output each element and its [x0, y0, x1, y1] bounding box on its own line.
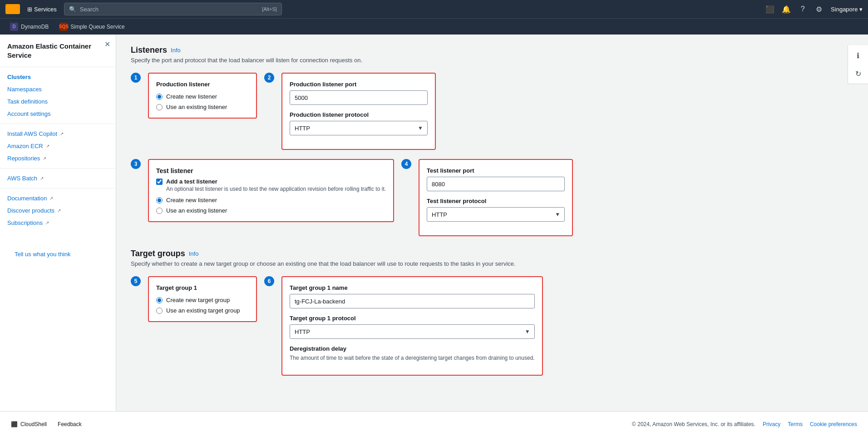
- privacy-link[interactable]: Privacy: [763, 421, 780, 427]
- production-existing-option[interactable]: Use an existing listener: [156, 104, 249, 110]
- sidebar-external-section: Install AWS Copilot ↗ Amazon ECR ↗ Repos…: [0, 124, 116, 168]
- production-protocol-select[interactable]: HTTP HTTPS: [290, 121, 428, 135]
- sidebar-item-account-settings[interactable]: Account settings: [0, 108, 116, 120]
- tg1-existing-radio[interactable]: [156, 308, 163, 314]
- services-button[interactable]: ⊞ Services: [24, 6, 60, 13]
- discover-label: Discover products: [7, 207, 54, 214]
- step-2-circle: 2: [264, 73, 274, 83]
- tg1-protocol-select-wrapper: HTTP HTTPS ▼: [290, 324, 535, 339]
- add-test-listener-checkbox-label[interactable]: Add a test listener: [156, 178, 386, 185]
- add-test-listener-checkbox[interactable]: [156, 179, 163, 185]
- footer-links: © 2024, Amazon Web Services, Inc. or its…: [632, 421, 857, 427]
- repositories-label: Repositories: [7, 155, 40, 162]
- production-listener-card: Production listener Create new listener …: [148, 73, 257, 119]
- tg1-name-label: Target group 1 name: [290, 284, 535, 291]
- tg1-existing-option[interactable]: Use an existing target group: [156, 307, 249, 314]
- service-tabs-bar: D DynamoDB SQS Simple Queue Service: [0, 18, 868, 35]
- top-nav: aws ⊞ Services 🔍 Search [Alt+S] ⬛ 🔔 ? ⚙ …: [0, 0, 868, 18]
- test-listener-options: Create new listener Use an existing list…: [156, 197, 386, 214]
- app-wrapper: ✕ Amazon Elastic Container Service Clust…: [0, 35, 868, 437]
- sqs-icon: SQS: [59, 23, 68, 31]
- sidebar-item-discover[interactable]: Discover products ↗: [0, 204, 116, 217]
- step-5-circle: 5: [131, 276, 141, 286]
- cloudshell-button[interactable]: ⬛ CloudShell: [11, 416, 47, 432]
- step-6-number: 6: [268, 278, 271, 284]
- feedback-label: Feedback: [58, 421, 82, 427]
- test-create-new-option[interactable]: Create new listener: [156, 197, 386, 204]
- feedback-sidebar-link[interactable]: Tell us what you think: [7, 248, 78, 260]
- step-6-circle: 6: [264, 276, 274, 286]
- listeners-info-link[interactable]: Info: [171, 47, 181, 54]
- sidebar-docs-section: Documentation ↗ Discover products ↗ Subs…: [0, 188, 116, 233]
- test-listener-row: 3 Test listener Add a test listener An o…: [131, 159, 853, 236]
- service-tab-sqs[interactable]: SQS Simple Queue Service: [55, 19, 129, 35]
- test-protocol-select-wrapper: HTTP HTTPS ▼: [427, 207, 565, 222]
- sidebar-close-button[interactable]: ✕: [104, 40, 110, 49]
- deregistration-label: Deregistration delay: [290, 345, 535, 352]
- dynamodb-icon: D: [10, 23, 18, 31]
- search-shortcut: [Alt+S]: [262, 6, 277, 12]
- tg1-create-new-label: Create new target group: [166, 297, 230, 303]
- listeners-title: Listeners: [131, 45, 167, 55]
- production-create-new-radio[interactable]: [156, 94, 163, 100]
- step-2-number: 2: [268, 74, 271, 81]
- documentation-label: Documentation: [7, 195, 47, 202]
- terms-link[interactable]: Terms: [788, 421, 803, 427]
- sidebar-item-repositories[interactable]: Repositories ↗: [0, 152, 116, 164]
- feedback-button[interactable]: Feedback: [54, 416, 82, 432]
- deregistration-group: Deregistration delay The amount of time …: [290, 345, 535, 361]
- production-create-new-label: Create new listener: [166, 93, 217, 100]
- grid-icon: ⊞: [27, 6, 32, 13]
- right-refresh-icon[interactable]: ↻: [852, 67, 864, 80]
- sidebar-item-ecr[interactable]: Amazon ECR ↗: [0, 140, 116, 152]
- sidebar-item-namespaces[interactable]: Namespaces: [0, 83, 116, 95]
- sidebar: ✕ Amazon Elastic Container Service Clust…: [0, 35, 116, 437]
- sidebar-item-clusters[interactable]: Clusters: [0, 71, 116, 83]
- test-create-new-radio[interactable]: [156, 197, 163, 204]
- codedeploy-icon[interactable]: ⬛: [765, 5, 774, 14]
- tg1-name-input[interactable]: [290, 294, 535, 308]
- tg1-protocol-select[interactable]: HTTP HTTPS: [290, 324, 535, 339]
- right-panel-icons: ℹ ↻: [848, 45, 868, 84]
- sidebar-item-batch[interactable]: AWS Batch ↗: [0, 172, 116, 184]
- task-definitions-label: Task definitions: [7, 98, 48, 105]
- settings-icon[interactable]: ⚙: [814, 5, 824, 14]
- search-bar[interactable]: 🔍 Search [Alt+S]: [64, 3, 282, 15]
- test-port-input[interactable]: [427, 177, 565, 191]
- sidebar-nav-section: Clusters Namespaces Task definitions Acc…: [0, 67, 116, 124]
- step-3-circle: 3: [131, 159, 141, 169]
- sidebar-item-documentation[interactable]: Documentation ↗: [0, 192, 116, 204]
- services-label: Services: [34, 6, 57, 13]
- listeners-section-header: Listeners Info: [131, 45, 853, 55]
- production-port-input[interactable]: [290, 90, 428, 105]
- test-protocol-select[interactable]: HTTP HTTPS: [427, 207, 565, 222]
- tg1-create-new-radio[interactable]: [156, 297, 163, 303]
- production-listener-title: Production listener: [156, 81, 249, 88]
- right-info-icon[interactable]: ℹ: [852, 49, 864, 62]
- sidebar-item-task-definitions[interactable]: Task definitions: [0, 95, 116, 108]
- sidebar-item-subscriptions[interactable]: Subscriptions ↗: [0, 217, 116, 229]
- target-groups-section-header: Target groups Info: [131, 249, 853, 258]
- test-existing-option[interactable]: Use an existing listener: [156, 207, 386, 214]
- cookie-link[interactable]: Cookie preferences: [810, 421, 857, 427]
- production-listener-config-card: Production listener port Production list…: [281, 73, 436, 150]
- notifications-icon[interactable]: 🔔: [782, 5, 791, 14]
- batch-label: AWS Batch: [7, 175, 37, 182]
- step-5-number: 5: [134, 278, 138, 284]
- sidebar-item-copilot[interactable]: Install AWS Copilot ↗: [0, 128, 116, 140]
- target-groups-info-link[interactable]: Info: [189, 250, 199, 257]
- target-groups-title: Target groups: [131, 249, 185, 258]
- service-tab-dynamodb[interactable]: D DynamoDB: [5, 19, 53, 35]
- listeners-description: Specify the port and protocol that the l…: [131, 57, 853, 64]
- region-selector[interactable]: Singapore ▾: [831, 6, 863, 13]
- tg1-create-new-option[interactable]: Create new target group: [156, 297, 249, 303]
- test-existing-radio[interactable]: [156, 208, 163, 214]
- footer-copyright: © 2024, Amazon Web Services, Inc. or its…: [632, 421, 755, 427]
- tg1-protocol-group: Target group 1 protocol HTTP HTTPS ▼: [290, 315, 535, 339]
- sidebar-title: Amazon Elastic Container Service: [0, 42, 116, 67]
- help-icon[interactable]: ?: [798, 5, 807, 14]
- dynamodb-label: DynamoDB: [21, 24, 49, 30]
- production-create-new-option[interactable]: Create new listener: [156, 93, 249, 100]
- copilot-label: Install AWS Copilot: [7, 130, 57, 137]
- production-existing-radio[interactable]: [156, 104, 163, 110]
